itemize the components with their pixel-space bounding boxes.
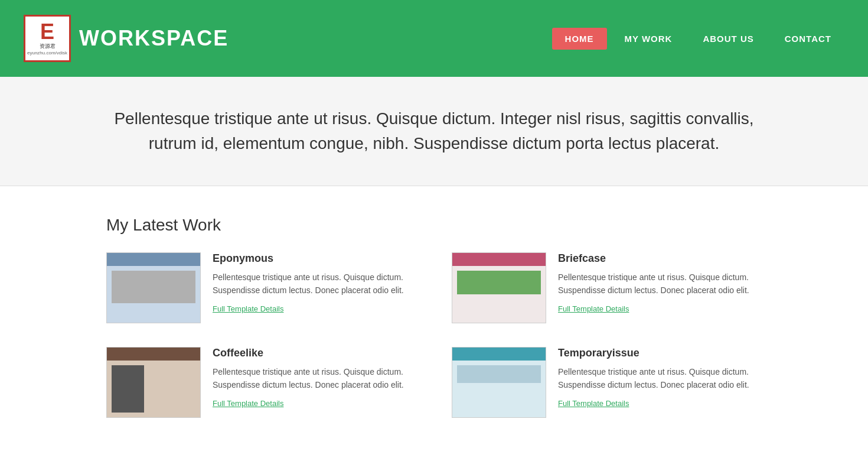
work-thumbnail-temporaryissue: [452, 347, 546, 418]
work-link-coffeelike[interactable]: Full Template Details: [213, 399, 283, 408]
work-thumbnail-eponymous: [106, 252, 201, 323]
work-info-temporaryissue: Temporaryissue Pellentesque tristique an…: [558, 347, 762, 408]
work-name-briefcase: Briefcase: [558, 252, 762, 265]
work-info-eponymous: Eponymous Pellentesque tristique ante ut…: [213, 252, 416, 314]
work-info-coffeelike: Coffeelike Pellentesque tristique ante u…: [213, 347, 416, 408]
work-item-briefcase: Briefcase Pellentesque tristique ante ut…: [452, 252, 762, 323]
work-item-coffeelike: Coffeelike Pellentesque tristique ante u…: [106, 347, 416, 418]
logo-line1: 资源君: [40, 43, 56, 50]
work-link-eponymous[interactable]: Full Template Details: [213, 304, 283, 313]
hero-text: Pellentesque tristique ante ut risus. Qu…: [109, 106, 759, 156]
logo-area: E 资源君 eyunzhu.com/vdisk WORKSPACE: [24, 15, 229, 62]
header: E 资源君 eyunzhu.com/vdisk WORKSPACE HOME M…: [0, 0, 868, 77]
nav-home[interactable]: HOME: [552, 28, 607, 50]
work-thumbnail-briefcase: [452, 252, 546, 323]
work-item-temporaryissue: Temporaryissue Pellentesque tristique an…: [452, 347, 762, 418]
nav-my-work[interactable]: MY WORK: [612, 28, 686, 50]
work-name-temporaryissue: Temporaryissue: [558, 347, 762, 359]
nav-about-us[interactable]: ABOUT US: [690, 28, 766, 50]
work-desc-eponymous: Pellentesque tristique ante ut risus. Qu…: [213, 271, 416, 297]
work-desc-briefcase: Pellentesque tristique ante ut risus. Qu…: [558, 271, 762, 297]
work-item-eponymous: Eponymous Pellentesque tristique ante ut…: [106, 252, 416, 323]
nav-contact[interactable]: CONTACT: [772, 28, 844, 50]
work-desc-coffeelike: Pellentesque tristique ante ut risus. Qu…: [213, 365, 416, 392]
work-link-briefcase[interactable]: Full Template Details: [558, 304, 629, 313]
work-name-coffeelike: Coffeelike: [213, 347, 416, 359]
logo-box: E 资源君 eyunzhu.com/vdisk: [24, 15, 71, 62]
work-link-temporaryissue[interactable]: Full Template Details: [558, 399, 629, 408]
work-name-eponymous: Eponymous: [213, 252, 416, 265]
work-thumbnail-coffeelike: [106, 347, 201, 418]
work-section: My Latest Work Eponymous Pellentesque tr…: [0, 186, 868, 441]
hero-section: Pellentesque tristique ante ut risus. Qu…: [0, 77, 868, 186]
work-desc-temporaryissue: Pellentesque tristique ante ut risus. Qu…: [558, 365, 762, 392]
work-info-briefcase: Briefcase Pellentesque tristique ante ut…: [558, 252, 762, 314]
logo-line2: eyunzhu.com/vdisk: [27, 50, 67, 56]
main-nav: HOME MY WORK ABOUT US CONTACT: [552, 28, 844, 50]
work-section-title: My Latest Work: [106, 216, 762, 235]
site-title: WORKSPACE: [79, 26, 229, 51]
work-grid: Eponymous Pellentesque tristique ante ut…: [106, 252, 762, 418]
logo-letter: E: [40, 21, 54, 43]
